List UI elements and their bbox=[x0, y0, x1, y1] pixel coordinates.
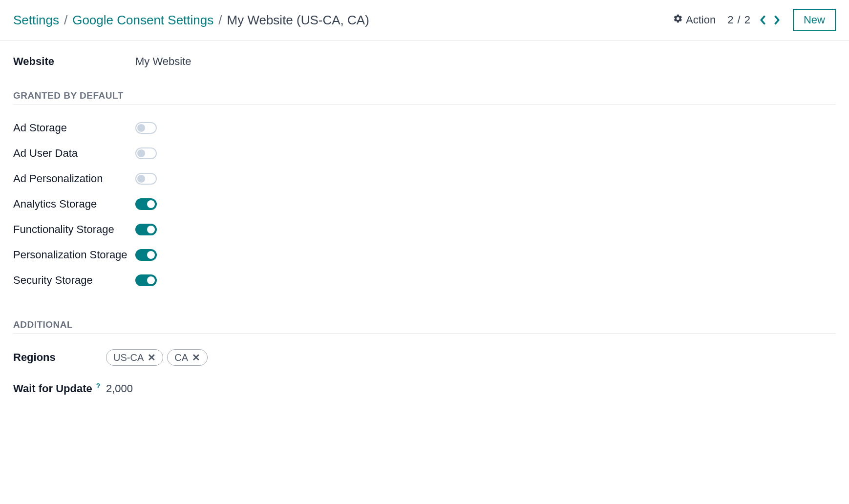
toggle[interactable] bbox=[135, 198, 157, 210]
default-row: Functionality Storage bbox=[13, 217, 836, 242]
defaults-list: Ad StorageAd User DataAd Personalization… bbox=[13, 115, 836, 293]
pager-prev-button[interactable] bbox=[759, 15, 766, 25]
toggle[interactable] bbox=[135, 173, 157, 185]
default-row: Personalization Storage bbox=[13, 242, 836, 268]
region-tag[interactable]: CA✕ bbox=[167, 349, 208, 366]
default-row-label: Ad User Data bbox=[13, 147, 135, 160]
wait-for-update-value[interactable]: 2,000 bbox=[106, 382, 133, 395]
page-header: Settings / Google Consent Settings / My … bbox=[0, 0, 849, 41]
chevron-right-icon bbox=[773, 15, 781, 25]
breadcrumb-separator: / bbox=[64, 13, 67, 28]
toggle[interactable] bbox=[135, 147, 157, 159]
close-icon[interactable]: ✕ bbox=[148, 352, 156, 363]
region-tag-text: US-CA bbox=[113, 352, 144, 363]
header-actions: Action 2 / 2 New bbox=[673, 9, 836, 31]
chevron-left-icon bbox=[759, 15, 766, 25]
default-row: Ad Storage bbox=[13, 115, 836, 141]
default-row: Security Storage bbox=[13, 268, 836, 293]
action-menu-button[interactable]: Action bbox=[673, 14, 716, 26]
pager: 2 / 2 bbox=[727, 14, 781, 26]
help-icon[interactable]: ? bbox=[96, 382, 101, 390]
regions-row: Regions US-CA✕CA✕ bbox=[13, 345, 836, 370]
default-row: Ad Personalization bbox=[13, 166, 836, 191]
pager-text[interactable]: 2 / 2 bbox=[727, 14, 751, 26]
breadcrumb-current: My Website (US-CA, CA) bbox=[227, 13, 369, 28]
form-body: Website My Website Granted by default Ad… bbox=[0, 41, 849, 416]
breadcrumb-root-link[interactable]: Settings bbox=[13, 13, 59, 28]
regions-tags[interactable]: US-CA✕CA✕ bbox=[106, 349, 208, 366]
website-value[interactable]: My Website bbox=[135, 55, 191, 68]
default-row: Ad User Data bbox=[13, 141, 836, 166]
toggle[interactable] bbox=[135, 249, 157, 261]
website-row: Website My Website bbox=[13, 55, 836, 68]
gear-icon bbox=[673, 14, 683, 26]
regions-label: Regions bbox=[13, 351, 106, 364]
default-row-label: Security Storage bbox=[13, 274, 135, 287]
section-additional-title: Additional bbox=[13, 319, 836, 334]
region-tag-text: CA bbox=[174, 352, 188, 363]
section-granted-title: Granted by default bbox=[13, 90, 836, 105]
pager-next-button[interactable] bbox=[773, 15, 781, 25]
wait-for-update-row: Wait for Update ? 2,000 bbox=[13, 377, 836, 401]
breadcrumb-separator: / bbox=[218, 13, 222, 28]
default-row-label: Ad Storage bbox=[13, 122, 135, 134]
default-row: Analytics Storage bbox=[13, 191, 836, 217]
region-tag[interactable]: US-CA✕ bbox=[106, 349, 163, 366]
breadcrumb: Settings / Google Consent Settings / My … bbox=[13, 13, 673, 28]
action-menu-label: Action bbox=[686, 14, 716, 26]
wait-for-update-label-text: Wait for Update bbox=[13, 383, 92, 395]
new-button[interactable]: New bbox=[793, 9, 836, 31]
default-row-label: Personalization Storage bbox=[13, 249, 135, 261]
default-row-label: Analytics Storage bbox=[13, 198, 135, 210]
toggle[interactable] bbox=[135, 224, 157, 235]
wait-for-update-label: Wait for Update ? bbox=[13, 382, 106, 395]
toggle[interactable] bbox=[135, 274, 157, 286]
breadcrumb-mid-link[interactable]: Google Consent Settings bbox=[72, 13, 213, 28]
close-icon[interactable]: ✕ bbox=[192, 352, 200, 363]
website-label: Website bbox=[13, 55, 135, 68]
toggle[interactable] bbox=[135, 122, 157, 134]
default-row-label: Functionality Storage bbox=[13, 223, 135, 236]
default-row-label: Ad Personalization bbox=[13, 172, 135, 185]
